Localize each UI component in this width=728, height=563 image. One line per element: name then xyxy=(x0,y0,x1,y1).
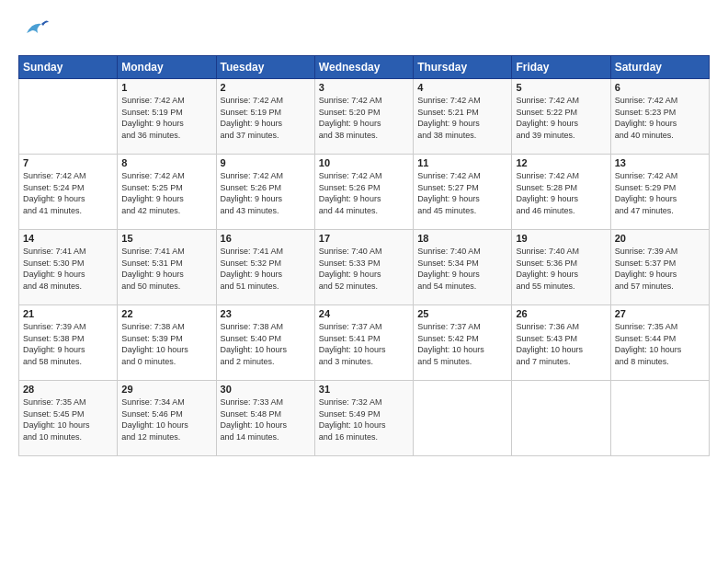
day-cell: 31Sunrise: 7:32 AMSunset: 5:49 PMDayligh… xyxy=(314,381,413,456)
page: SundayMondayTuesdayWednesdayThursdayFrid… xyxy=(0,0,728,563)
day-info: Sunrise: 7:42 AMSunset: 5:25 PMDaylight:… xyxy=(121,170,211,216)
day-info: Sunrise: 7:41 AMSunset: 5:31 PMDaylight:… xyxy=(121,246,211,292)
day-number: 28 xyxy=(23,384,113,395)
day-number: 31 xyxy=(319,384,409,395)
day-info: Sunrise: 7:32 AMSunset: 5:49 PMDaylight:… xyxy=(319,396,409,442)
day-info: Sunrise: 7:38 AMSunset: 5:39 PMDaylight:… xyxy=(121,321,211,367)
day-cell: 5Sunrise: 7:42 AMSunset: 5:22 PMDaylight… xyxy=(512,79,610,155)
day-number: 24 xyxy=(319,308,409,319)
week-row-4: 28Sunrise: 7:35 AMSunset: 5:45 PMDayligh… xyxy=(19,381,710,456)
day-number: 25 xyxy=(417,308,507,319)
day-info: Sunrise: 7:38 AMSunset: 5:40 PMDaylight:… xyxy=(221,321,311,367)
day-number: 10 xyxy=(319,157,409,168)
day-number: 11 xyxy=(417,157,507,168)
day-info: Sunrise: 7:42 AMSunset: 5:26 PMDaylight:… xyxy=(319,170,409,216)
day-number: 20 xyxy=(615,233,705,244)
day-cell: 4Sunrise: 7:42 AMSunset: 5:21 PMDaylight… xyxy=(414,79,512,155)
day-info: Sunrise: 7:42 AMSunset: 5:24 PMDaylight:… xyxy=(23,170,113,216)
day-number: 17 xyxy=(319,233,409,244)
day-cell: 9Sunrise: 7:42 AMSunset: 5:26 PMDaylight… xyxy=(216,155,314,230)
day-cell xyxy=(512,381,610,456)
day-cell: 21Sunrise: 7:39 AMSunset: 5:38 PMDayligh… xyxy=(19,305,118,381)
week-row-0: 1Sunrise: 7:42 AMSunset: 5:19 PMDaylight… xyxy=(19,79,710,155)
header xyxy=(18,15,710,46)
day-cell: 10Sunrise: 7:42 AMSunset: 5:26 PMDayligh… xyxy=(314,155,413,230)
col-header-friday: Friday xyxy=(512,56,610,79)
day-info: Sunrise: 7:39 AMSunset: 5:38 PMDaylight:… xyxy=(23,321,113,367)
day-number: 29 xyxy=(121,384,211,395)
day-number: 14 xyxy=(23,233,113,244)
day-info: Sunrise: 7:42 AMSunset: 5:22 PMDaylight:… xyxy=(516,95,606,141)
day-info: Sunrise: 7:42 AMSunset: 5:26 PMDaylight:… xyxy=(221,170,311,216)
day-cell: 16Sunrise: 7:41 AMSunset: 5:32 PMDayligh… xyxy=(216,230,314,305)
day-cell: 7Sunrise: 7:42 AMSunset: 5:24 PMDaylight… xyxy=(19,155,118,230)
day-info: Sunrise: 7:42 AMSunset: 5:21 PMDaylight:… xyxy=(417,95,507,141)
day-info: Sunrise: 7:42 AMSunset: 5:27 PMDaylight:… xyxy=(417,170,507,216)
calendar-table: SundayMondayTuesdayWednesdayThursdayFrid… xyxy=(18,55,710,456)
col-header-saturday: Saturday xyxy=(610,56,709,79)
day-cell: 25Sunrise: 7:37 AMSunset: 5:42 PMDayligh… xyxy=(414,305,512,381)
day-cell: 1Sunrise: 7:42 AMSunset: 5:19 PMDaylight… xyxy=(118,79,216,155)
day-number: 21 xyxy=(23,308,113,319)
day-number: 26 xyxy=(516,308,606,319)
col-header-sunday: Sunday xyxy=(19,56,118,79)
day-number: 19 xyxy=(516,233,606,244)
day-number: 9 xyxy=(221,157,311,168)
day-cell: 8Sunrise: 7:42 AMSunset: 5:25 PMDaylight… xyxy=(118,155,216,230)
day-info: Sunrise: 7:40 AMSunset: 5:36 PMDaylight:… xyxy=(516,246,606,292)
day-number: 12 xyxy=(516,157,606,168)
col-header-monday: Monday xyxy=(118,56,216,79)
day-info: Sunrise: 7:42 AMSunset: 5:29 PMDaylight:… xyxy=(615,170,705,216)
day-number: 23 xyxy=(221,308,311,319)
day-number: 30 xyxy=(221,384,311,395)
day-info: Sunrise: 7:42 AMSunset: 5:28 PMDaylight:… xyxy=(516,170,606,216)
logo xyxy=(18,15,51,46)
day-cell: 15Sunrise: 7:41 AMSunset: 5:31 PMDayligh… xyxy=(118,230,216,305)
day-info: Sunrise: 7:37 AMSunset: 5:41 PMDaylight:… xyxy=(319,321,409,367)
day-info: Sunrise: 7:33 AMSunset: 5:48 PMDaylight:… xyxy=(221,396,311,442)
day-number: 6 xyxy=(615,82,705,93)
day-number: 3 xyxy=(319,82,409,93)
col-header-thursday: Thursday xyxy=(414,56,512,79)
day-cell xyxy=(414,381,512,456)
day-cell: 6Sunrise: 7:42 AMSunset: 5:23 PMDaylight… xyxy=(610,79,709,155)
day-info: Sunrise: 7:35 AMSunset: 5:44 PMDaylight:… xyxy=(615,321,705,367)
day-cell xyxy=(19,79,118,155)
day-cell: 26Sunrise: 7:36 AMSunset: 5:43 PMDayligh… xyxy=(512,305,610,381)
day-number: 4 xyxy=(417,82,507,93)
day-cell: 27Sunrise: 7:35 AMSunset: 5:44 PMDayligh… xyxy=(610,305,709,381)
col-header-tuesday: Tuesday xyxy=(216,56,314,79)
day-number: 27 xyxy=(615,308,705,319)
day-cell: 12Sunrise: 7:42 AMSunset: 5:28 PMDayligh… xyxy=(512,155,610,230)
day-info: Sunrise: 7:42 AMSunset: 5:19 PMDaylight:… xyxy=(121,95,211,141)
day-cell: 20Sunrise: 7:39 AMSunset: 5:37 PMDayligh… xyxy=(610,230,709,305)
week-row-3: 21Sunrise: 7:39 AMSunset: 5:38 PMDayligh… xyxy=(19,305,710,381)
day-number: 8 xyxy=(121,157,211,168)
day-info: Sunrise: 7:41 AMSunset: 5:32 PMDaylight:… xyxy=(221,246,311,292)
day-cell: 17Sunrise: 7:40 AMSunset: 5:33 PMDayligh… xyxy=(314,230,413,305)
day-cell: 19Sunrise: 7:40 AMSunset: 5:36 PMDayligh… xyxy=(512,230,610,305)
day-info: Sunrise: 7:42 AMSunset: 5:23 PMDaylight:… xyxy=(615,95,705,141)
day-number: 13 xyxy=(615,157,705,168)
day-number: 22 xyxy=(121,308,211,319)
day-info: Sunrise: 7:42 AMSunset: 5:19 PMDaylight:… xyxy=(221,95,311,141)
day-info: Sunrise: 7:41 AMSunset: 5:30 PMDaylight:… xyxy=(23,246,113,292)
day-cell: 23Sunrise: 7:38 AMSunset: 5:40 PMDayligh… xyxy=(216,305,314,381)
day-number: 7 xyxy=(23,157,113,168)
day-info: Sunrise: 7:35 AMSunset: 5:45 PMDaylight:… xyxy=(23,396,113,442)
col-header-wednesday: Wednesday xyxy=(314,56,413,79)
day-cell: 24Sunrise: 7:37 AMSunset: 5:41 PMDayligh… xyxy=(314,305,413,381)
day-info: Sunrise: 7:37 AMSunset: 5:42 PMDaylight:… xyxy=(417,321,507,367)
day-cell xyxy=(610,381,709,456)
day-cell: 14Sunrise: 7:41 AMSunset: 5:30 PMDayligh… xyxy=(19,230,118,305)
day-cell: 13Sunrise: 7:42 AMSunset: 5:29 PMDayligh… xyxy=(610,155,709,230)
day-info: Sunrise: 7:42 AMSunset: 5:20 PMDaylight:… xyxy=(319,95,409,141)
day-cell: 22Sunrise: 7:38 AMSunset: 5:39 PMDayligh… xyxy=(118,305,216,381)
day-number: 18 xyxy=(417,233,507,244)
day-info: Sunrise: 7:36 AMSunset: 5:43 PMDaylight:… xyxy=(516,321,606,367)
day-info: Sunrise: 7:39 AMSunset: 5:37 PMDaylight:… xyxy=(615,246,705,292)
day-info: Sunrise: 7:40 AMSunset: 5:33 PMDaylight:… xyxy=(319,246,409,292)
day-number: 16 xyxy=(221,233,311,244)
day-cell: 2Sunrise: 7:42 AMSunset: 5:19 PMDaylight… xyxy=(216,79,314,155)
day-cell: 18Sunrise: 7:40 AMSunset: 5:34 PMDayligh… xyxy=(414,230,512,305)
